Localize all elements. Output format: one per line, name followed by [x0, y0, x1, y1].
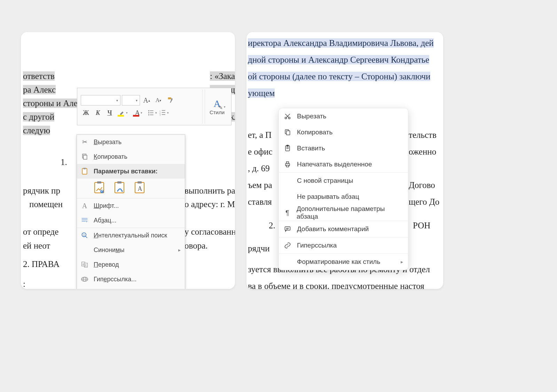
menu-label: Копировать — [94, 153, 127, 160]
copy-item[interactable]: Копировать — [77, 149, 185, 164]
mini-toolbar: ▾ ▾ A▴ A▾ Ж К Ч ▾ А ▾ — [77, 88, 232, 125]
cut-item[interactable]: Вырезать — [279, 108, 408, 124]
shrink-font-button[interactable]: A▾ — [153, 95, 164, 105]
svg-text:A: A — [138, 185, 142, 192]
hyperlink-item[interactable]: Гиперссылка... — [77, 272, 185, 287]
doc-line: помещен — [29, 198, 63, 211]
doc-line: 2. — [269, 217, 275, 234]
svg-rect-50 — [285, 227, 290, 230]
menu-label: Форматирование как стиль — [297, 258, 380, 266]
smart-lookup-item[interactable]: i Интеллектуальный поиск — [77, 228, 185, 243]
doc-line: овора. — [185, 239, 207, 253]
paragraph-item[interactable]: Абзац... — [77, 213, 185, 228]
doc-line: , д. 69 — [248, 160, 270, 177]
menu-label: С новой страницы — [297, 177, 353, 185]
doc-line: тельств — [409, 127, 437, 144]
numbering-icon: 123 — [159, 109, 166, 116]
styles-icon: А✎▾ — [213, 98, 220, 109]
paste-text-only[interactable]: A — [133, 181, 147, 195]
grow-font-button[interactable]: A▴ — [141, 95, 152, 105]
svg-rect-25 — [82, 220, 88, 220]
format-as-style-item[interactable]: Форматирование как стиль ▸ — [279, 254, 408, 270]
svg-rect-5 — [150, 115, 153, 115]
svg-rect-7 — [162, 110, 165, 111]
svg-point-0 — [148, 110, 149, 111]
hyperlink-item[interactable]: Гиперссылка — [279, 237, 408, 253]
doc-line: рядчик пр — [23, 184, 60, 198]
new-page-item[interactable]: С новой страницы — [279, 173, 408, 189]
numbering-button[interactable]: 123 ▾ — [159, 108, 169, 118]
print-selection-item[interactable]: Напечатать выделенное — [279, 156, 408, 172]
new-comment-item[interactable]: + Создать примечание — [77, 287, 185, 289]
submenu-arrow-icon: ▸ — [401, 259, 403, 265]
doc-line: ра Алекс — [23, 83, 56, 97]
menu-label: Гиперссылка... — [94, 276, 136, 283]
doc-line: ой стороны (далее по тексту – Стороны) з… — [248, 68, 430, 85]
font-a-icon: A — [80, 202, 89, 210]
font-color-button[interactable]: А ▾ — [132, 108, 146, 118]
bullets-button[interactable]: ▾ — [147, 108, 157, 118]
menu-label: Параметры вставки: — [94, 168, 158, 175]
paste-keep-formatting[interactable] — [93, 181, 106, 195]
svg-rect-3 — [150, 112, 153, 113]
scissors-icon: ✂ — [80, 138, 89, 146]
font-item[interactable]: A Шрифт... — [77, 198, 185, 213]
doc-line: 2. ПРАВА — [23, 258, 60, 271]
menu-label: Синонимы — [94, 246, 124, 254]
doc-line: е офис — [248, 143, 273, 160]
menu-label: Вырезать — [297, 112, 327, 120]
bold-button[interactable]: Ж — [81, 108, 91, 118]
paragraph-options-item[interactable]: ¶ Дополнительные параметры абзаца — [279, 205, 408, 221]
hyperlink-icon — [80, 276, 89, 282]
doc-line: ва в объеме и в сроки, предусмотренные н… — [248, 278, 424, 289]
copy-item[interactable]: Копировать — [279, 124, 408, 140]
paragraph-icon — [80, 217, 89, 224]
highlight-color-button[interactable]: ▾ — [116, 108, 130, 118]
svg-rect-9 — [162, 112, 165, 113]
menu-label: Добавить комментарий — [297, 225, 369, 233]
doc-line: оженно — [409, 143, 436, 160]
svg-rect-26 — [82, 221, 86, 222]
svg-text:3: 3 — [159, 113, 161, 116]
paste-merge-formatting[interactable] — [113, 181, 126, 195]
svg-point-2 — [148, 112, 149, 113]
synonyms-item[interactable]: Синонимы ▸ — [77, 243, 185, 257]
doc-line: ответств — [23, 70, 55, 83]
svg-rect-15 — [84, 168, 86, 169]
svg-rect-49 — [287, 165, 289, 167]
svg-rect-1 — [150, 110, 153, 111]
svg-rect-11 — [162, 114, 165, 115]
italic-button[interactable]: К — [93, 108, 103, 118]
font-size-combo[interactable]: ▾ — [122, 95, 140, 105]
copy-icon — [284, 129, 291, 136]
svg-rect-44 — [287, 145, 289, 146]
translate-item[interactable]: a文 Перевод — [77, 257, 185, 272]
doc-line: от опреде — [23, 225, 58, 239]
keep-paragraph-item[interactable]: Не разрывать абзац — [279, 189, 408, 205]
doc-line: выполнить раб — [185, 184, 235, 198]
paste-item[interactable]: Вставить — [279, 140, 408, 156]
doc-line: у согласованно — [185, 225, 235, 239]
cut-item[interactable]: ✂ ВВырезатьырезать — [77, 135, 185, 149]
font-family-combo[interactable]: ▾ — [81, 95, 120, 105]
styles-button[interactable]: А✎▾ Стили — [205, 89, 229, 124]
menu-label: Копировать — [297, 128, 332, 136]
printer-icon — [284, 161, 291, 168]
submenu-arrow-icon: ▸ — [178, 247, 181, 253]
editor-screenshot-right: иректора Александра Владимировича Львова… — [246, 32, 443, 289]
scissors-icon — [284, 113, 291, 120]
format-painter-button[interactable] — [165, 95, 175, 105]
svg-rect-13 — [84, 155, 87, 159]
comment-icon — [284, 226, 291, 233]
menu-label: Дополнительные параметры абзаца — [297, 205, 402, 220]
doc-line: Догово — [409, 177, 435, 194]
menu-label: ВВырезатьырезать — [94, 139, 121, 146]
menu-label: Шрифт... — [94, 202, 119, 210]
context-menu-word: ✂ ВВырезатьырезать Копировать Параметры … — [77, 134, 185, 289]
add-comment-item[interactable]: Добавить комментарий — [279, 221, 408, 237]
doc-line: : «Зака — [210, 70, 235, 83]
doc-line: ъем ра — [248, 177, 272, 194]
paste-options-row: A — [77, 179, 185, 198]
menu-label: Перевод — [94, 261, 119, 268]
underline-button[interactable]: Ч — [104, 108, 115, 118]
